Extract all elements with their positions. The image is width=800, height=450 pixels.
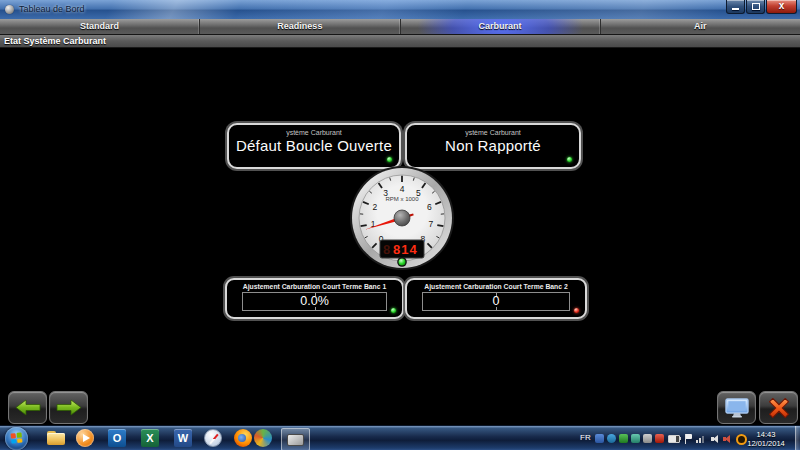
windows-logo-icon	[11, 432, 23, 443]
short-term-fuel-trim-bank-2: Ajustement Carburation Court Terme Banc …	[405, 278, 587, 319]
trim-value: 0	[423, 293, 569, 309]
trim-bar: 0.0%	[242, 292, 387, 311]
taskbar-outlook-icon[interactable]: O	[108, 429, 126, 447]
tray-app-icon-4[interactable]	[631, 434, 640, 443]
trim-box-label: Ajustement Carburation Court Terme Banc …	[227, 283, 402, 290]
volume-icon[interactable]	[711, 434, 720, 443]
maximize-icon	[752, 3, 760, 10]
diagnostic-app-icon	[287, 434, 304, 446]
app-icon	[5, 5, 14, 14]
forward-button[interactable]	[49, 391, 88, 424]
svg-text:6: 6	[427, 202, 432, 212]
gauge-hub	[394, 210, 410, 226]
exit-button[interactable]	[759, 391, 798, 424]
status-led-green	[387, 157, 392, 162]
taskbar-media-player-icon[interactable]	[76, 429, 94, 447]
minimize-button[interactable]	[726, 0, 745, 14]
gauge-unit-label: RPM x 1000	[385, 196, 419, 202]
tray-time: 14:43	[741, 430, 791, 439]
battery-icon[interactable]	[668, 435, 680, 443]
network-signal-icon[interactable]	[696, 434, 707, 443]
dashboard-app: Tableau de Bord x Standard Readiness Car…	[0, 0, 800, 450]
left-arrow-icon	[15, 399, 41, 416]
taskbar: O X W FR 14:43 12/01/2014	[0, 425, 800, 450]
show-desktop-button[interactable]	[795, 426, 800, 450]
trim-bar: 0	[422, 292, 570, 311]
status-box-value: Défaut Boucle Ouverte	[229, 137, 399, 154]
taskbar-active-app-button[interactable]	[281, 428, 310, 450]
digital-rpm-value: 814	[393, 242, 418, 257]
tab-bar: Standard Readiness Carburant Air	[0, 19, 800, 35]
taskbar-excel-icon[interactable]: X	[141, 429, 159, 447]
tab-readiness[interactable]: Readiness	[200, 19, 400, 34]
rpm-gauge: 012345678 RPM x 1000 8 814	[347, 163, 457, 273]
status-box-label: ystème Carburant	[407, 129, 579, 136]
svg-text:4: 4	[400, 184, 405, 194]
right-arrow-icon	[56, 399, 82, 416]
tray-date: 12/01/2014	[741, 439, 791, 448]
tray-clock[interactable]: 14:43 12/01/2014	[741, 430, 791, 448]
volume-alt-icon[interactable]	[723, 434, 732, 443]
minimize-icon	[732, 8, 739, 10]
svg-text:7: 7	[429, 219, 434, 229]
tray-app-icon-5[interactable]	[643, 434, 652, 443]
close-button[interactable]: x	[766, 0, 797, 14]
tray-app-icon-2[interactable]	[607, 434, 616, 443]
status-led-green	[567, 157, 572, 162]
monitor-icon	[725, 398, 749, 418]
digital-ghost-digit: 8	[383, 242, 391, 257]
tab-air[interactable]: Air	[601, 19, 800, 34]
status-box-value: Non Rapporté	[407, 137, 579, 154]
svg-text:2: 2	[372, 202, 377, 212]
tab-standard[interactable]: Standard	[0, 19, 200, 34]
window-title: Tableau de Bord	[19, 4, 85, 14]
maximize-button[interactable]	[746, 0, 765, 14]
window-controls: x	[726, 0, 797, 14]
language-indicator[interactable]: FR	[580, 433, 591, 442]
tab-carburant[interactable]: Carburant	[401, 19, 601, 34]
page-title: Etat Système Carburant	[0, 35, 800, 48]
title-bar: Tableau de Bord x	[0, 0, 800, 20]
tray-app-icon-6[interactable]	[655, 434, 664, 443]
action-center-flag-icon[interactable]	[684, 434, 693, 444]
short-term-fuel-trim-bank-1: Ajustement Carburation Court Terme Banc …	[225, 278, 404, 319]
display-mode-button[interactable]	[717, 391, 756, 424]
taskbar-explorer-icon[interactable]	[47, 431, 66, 450]
taskbar-word-icon[interactable]: W	[174, 429, 192, 447]
trim-led-green	[391, 308, 396, 313]
trim-value: 0.0%	[243, 293, 386, 309]
close-icon: x	[767, 0, 796, 12]
taskbar-firefox-icon[interactable]	[234, 429, 252, 447]
orange-x-icon	[769, 398, 789, 418]
taskbar-messenger-icon[interactable]	[254, 429, 272, 447]
tray-app-icon-1[interactable]	[595, 434, 604, 443]
taskbar-safari-icon[interactable]	[204, 429, 222, 447]
gauge-status-led-green	[399, 259, 406, 266]
back-button[interactable]	[8, 391, 47, 424]
start-button[interactable]	[5, 427, 28, 450]
tray-app-icon-3[interactable]	[619, 434, 628, 443]
status-box-label: ystème Carburant	[229, 129, 399, 136]
trim-box-label: Ajustement Carburation Court Terme Banc …	[407, 283, 585, 290]
trim-led-red	[574, 308, 579, 313]
